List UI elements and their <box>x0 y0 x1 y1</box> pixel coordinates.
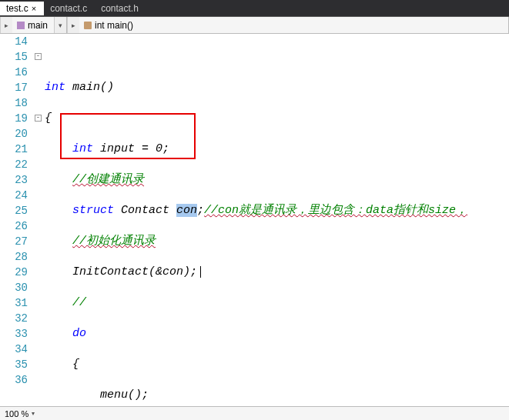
tab-contact-c[interactable]: contact.c <box>44 2 95 15</box>
code-text: { <box>72 358 79 371</box>
code-editor[interactable]: 1415161718192021222324252627282930313233… <box>0 34 509 406</box>
fold-toggle[interactable]: - <box>35 53 42 60</box>
code-text: con <box>162 265 183 278</box>
fold-column: - - <box>34 34 45 406</box>
code-text: { <box>45 112 52 125</box>
comment: // <box>72 296 86 309</box>
nav-forward-button[interactable]: ▸ <box>67 17 79 33</box>
tab-label: test.c <box>6 3 28 14</box>
comment: //初始化通讯录 <box>72 235 156 248</box>
tab-label: contact.h <box>101 3 139 14</box>
keyword: int <box>45 81 65 94</box>
tab-label: contact.c <box>50 3 87 14</box>
selected-text: con <box>176 204 197 217</box>
code-text: ); <box>183 265 197 278</box>
keyword: struct <box>72 204 114 217</box>
code-text: ; <box>197 204 204 217</box>
method-icon <box>84 22 92 29</box>
code-text: input = 0; <box>93 142 169 155</box>
text-cursor <box>200 266 201 278</box>
function-call: InitContact <box>72 265 149 278</box>
nav-member-dropdown[interactable]: int main() <box>79 17 509 33</box>
nav-back-button[interactable]: ▸ <box>0 17 12 33</box>
fold-toggle[interactable]: - <box>35 115 42 122</box>
comment: //con就是通讯录，里边包含：data指针和size， <box>204 204 467 217</box>
code-text: (& <box>149 265 162 278</box>
module-icon <box>17 22 25 29</box>
type-name: Contact <box>114 204 176 217</box>
nav-scope-label: main <box>28 20 48 31</box>
code-area[interactable]: int main() { int input = 0; //创建通讯录 stru… <box>45 34 509 406</box>
code-text: (); <box>128 388 149 402</box>
line-number-gutter: 1415161718192021222324252627282930313233… <box>0 34 34 406</box>
chevron-down-icon: ▾ <box>32 410 35 417</box>
function-call: menu <box>100 388 128 402</box>
tab-bar: test.c × contact.c contact.h <box>0 0 509 17</box>
comment: //创建通讯录 <box>72 173 144 186</box>
code-text: () <box>100 81 114 94</box>
tab-contact-h[interactable]: contact.h <box>95 2 146 15</box>
keyword: int <box>72 142 93 155</box>
status-bar: 100 % ▾ <box>0 406 509 420</box>
close-icon[interactable]: × <box>32 4 36 13</box>
nav-scope-dropdown[interactable]: main ▾ <box>12 17 67 33</box>
zoom-label: 100 % <box>5 409 28 418</box>
chevron-down-icon: ▾ <box>59 22 62 29</box>
tab-test-c[interactable]: test.c × <box>0 2 44 15</box>
navigation-bar: ▸ main ▾ ▸ int main() <box>0 17 509 34</box>
nav-member-label: int main() <box>95 20 133 31</box>
keyword: do <box>72 327 86 340</box>
zoom-level[interactable]: 100 % ▾ <box>5 409 35 418</box>
function-name: main <box>72 81 100 94</box>
